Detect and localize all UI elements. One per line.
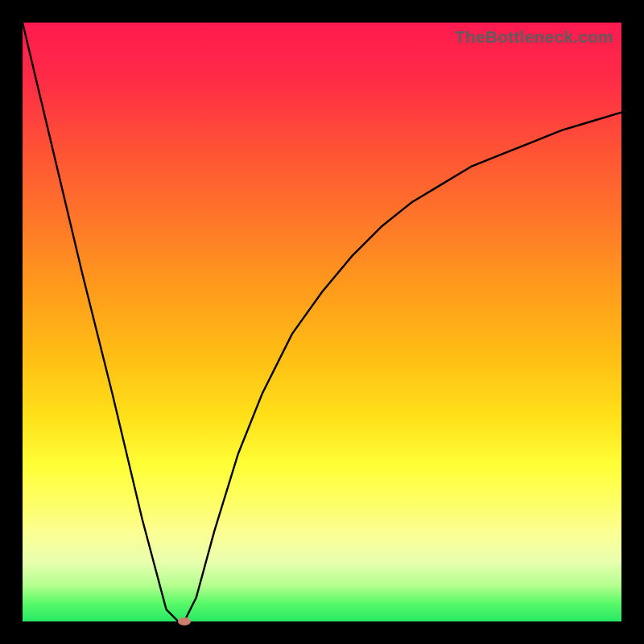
right-branch-path: [184, 113, 621, 621]
watermark-label: TheBottleneck.com: [455, 27, 613, 47]
minimum-marker: [178, 617, 191, 625]
plot-area: TheBottleneck.com: [23, 23, 621, 621]
chart-frame: TheBottleneck.com: [0, 0, 644, 644]
curve-overlay: [23, 23, 621, 621]
left-branch-path: [23, 23, 184, 621]
